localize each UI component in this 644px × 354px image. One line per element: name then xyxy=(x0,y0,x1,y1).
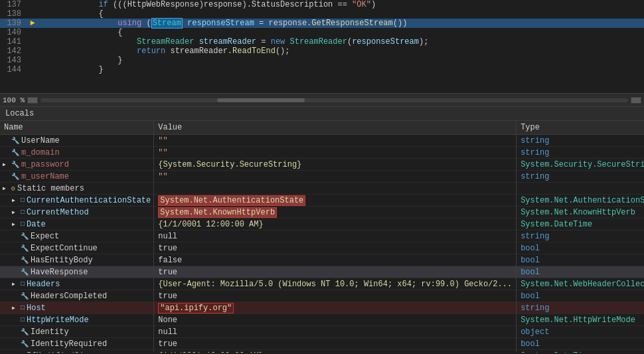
type-primitive: bool xyxy=(521,244,540,253)
value-string: "" xyxy=(158,148,167,157)
variable-name: IdentityRequired xyxy=(31,339,107,349)
value-column-header: Value xyxy=(154,121,517,135)
table-row[interactable]: ▶ □ Host "api.ipify.org" string xyxy=(0,302,644,314)
name-cell: ▶ □ Date xyxy=(0,219,154,230)
type-primitive: string xyxy=(521,304,549,313)
type-cell: string xyxy=(517,171,644,183)
type-cell: System.Net.AuthenticationState xyxy=(517,195,644,207)
name-cell: 🔧 m_userName xyxy=(0,171,154,183)
table-row[interactable]: ▶ □ CurrentMethod System.Net.KnownHttpVe… xyxy=(0,207,644,219)
code-line: 142 return streamReader.ReadToEnd(); xyxy=(0,46,644,56)
expand-arrow[interactable]: ▶ xyxy=(12,197,19,203)
table-row[interactable]: 🔧 HaveResponse true bool xyxy=(0,266,644,278)
type-primitive: bool xyxy=(521,292,540,301)
table-row[interactable]: ▶ □ CurrentAuthenticationState System.Ne… xyxy=(0,195,644,207)
line-number: 137 xyxy=(0,0,27,9)
variable-name: m_userName xyxy=(21,172,69,181)
type-name: HttpWriteMode xyxy=(573,315,635,325)
line-content: using (Stream responseStream = response.… xyxy=(39,19,644,28)
variable-name: Identity xyxy=(31,327,69,337)
type-primitive: bool xyxy=(521,268,540,277)
property-icon: □ xyxy=(21,197,25,204)
name-cell: 🔧 UserName xyxy=(0,135,154,147)
table-row[interactable]: ▶ □ Headers {User-Agent: Mozilla/5.0 (Wi… xyxy=(0,278,644,290)
scroll-track[interactable] xyxy=(40,98,628,102)
variable-name: HttpWriteMode xyxy=(27,315,89,325)
value-text: None xyxy=(158,315,177,325)
scroll-right-btn[interactable] xyxy=(631,97,641,104)
table-row[interactable]: 🔧 Expect null string xyxy=(0,230,644,242)
line-number: 142 xyxy=(0,46,27,56)
expand-arrow[interactable]: ▶ xyxy=(12,209,19,215)
table-row[interactable]: ▶ 🔧 m_password {System.Security.SecureSt… xyxy=(0,159,644,171)
value-cell: true xyxy=(154,338,517,350)
name-cell: 🔧 IdentityRequired xyxy=(0,338,154,350)
type-primitive: string xyxy=(521,172,549,181)
variable-name: Headers xyxy=(27,280,60,289)
table-row[interactable]: 🔧 HeadersCompleted true bool xyxy=(0,290,644,302)
expand-arrow[interactable]: ▶ xyxy=(3,185,9,191)
value-cell: true xyxy=(154,242,517,254)
property-icon: □ xyxy=(21,316,25,323)
table-row[interactable]: ▶ □ IfModifiedSince {1/1/0001 12:00:00 A… xyxy=(0,350,644,353)
name-cell: 🔧 HasEntityBody xyxy=(0,254,154,266)
name-cell: ▶ 🔧 m_password xyxy=(0,159,154,171)
line-arrow xyxy=(27,56,39,65)
line-content: { xyxy=(39,9,644,19)
type-name: WebHeaderCollect xyxy=(573,280,644,289)
expand-arrow[interactable]: ▶ xyxy=(12,281,19,287)
table-row[interactable]: 🔧 IdentityRequired true bool xyxy=(0,338,644,350)
type-cell: string xyxy=(517,302,644,314)
table-row[interactable]: 🔧 m_domain "" string xyxy=(0,147,644,159)
type-cell: bool xyxy=(517,266,644,278)
property-icon: □ xyxy=(21,352,25,353)
value-highlight: System.Net.AuthenticationState xyxy=(158,195,305,206)
variable-name: HaveResponse xyxy=(31,268,88,277)
field-icon: 🔧 xyxy=(11,137,19,145)
name-cell: 🔧 HeadersCompleted xyxy=(0,290,154,302)
field-icon: 🔧 xyxy=(21,340,29,348)
type-cell: object xyxy=(517,326,644,338)
scroll-thumb[interactable] xyxy=(217,98,305,102)
scroll-left-btn[interactable] xyxy=(27,97,38,104)
table-row[interactable]: 🔧 ExpectContinue true bool xyxy=(0,242,644,254)
name-cell: ▶ □ IfModifiedSince xyxy=(0,350,154,353)
name-cell: 🔧 Identity xyxy=(0,326,154,338)
value-cell: false xyxy=(154,254,517,266)
field-icon: 🔧 xyxy=(21,292,29,300)
table-row[interactable]: ▶ ⚙ Static members xyxy=(0,183,644,195)
table-row[interactable]: 🔧 UserName "" string xyxy=(0,135,644,147)
table-row[interactable]: □ HttpWriteMode None System.Net.HttpWrit… xyxy=(0,314,644,326)
value-cell: null xyxy=(154,230,517,242)
property-icon: □ xyxy=(21,280,25,288)
type-name: AuthenticationState xyxy=(573,196,644,205)
table-row[interactable]: 🔧 HasEntityBody false bool xyxy=(0,254,644,266)
table-row[interactable]: ▶ □ Date {1/1/0001 12:00:00 AM} System.D… xyxy=(0,219,644,230)
value-text: null xyxy=(158,327,177,337)
expand-arrow[interactable]: ▶ xyxy=(3,161,9,167)
expand-arrow[interactable]: ▶ xyxy=(12,305,19,311)
variable-name: ExpectContinue xyxy=(31,244,98,253)
name-cell: ▶ □ CurrentAuthenticationState xyxy=(0,195,154,207)
line-number: 143 xyxy=(0,56,27,65)
name-cell: 🔧 Expect xyxy=(0,230,154,242)
property-icon: □ xyxy=(21,209,25,216)
code-line: 137 if (((HttpWebResponse)response).Stat… xyxy=(0,0,644,9)
value-cell: "api.ipify.org" xyxy=(154,302,517,314)
static-icon: ⚙ xyxy=(11,185,15,193)
editor-scrollbar[interactable]: 100 % xyxy=(0,93,644,106)
table-row[interactable]: 🔧 m_userName "" string xyxy=(0,171,644,183)
line-number: 140 xyxy=(0,28,27,37)
table-row[interactable]: 🔧 Identity null object xyxy=(0,326,644,338)
locals-panel-header: Locals xyxy=(0,106,644,121)
value-text: false xyxy=(158,256,182,265)
value-cell: None xyxy=(154,314,517,326)
locals-panel: Name Value Type 🔧 UserName "" string xyxy=(0,121,644,353)
field-icon: 🔧 xyxy=(21,232,29,240)
line-arrow xyxy=(27,28,39,37)
expand-arrow[interactable]: ▶ xyxy=(12,221,19,227)
type-cell: string xyxy=(517,147,644,159)
type-namespace: System.Security. xyxy=(521,160,597,169)
value-cell: true xyxy=(154,290,517,302)
variable-name: CurrentAuthenticationState xyxy=(27,196,151,205)
